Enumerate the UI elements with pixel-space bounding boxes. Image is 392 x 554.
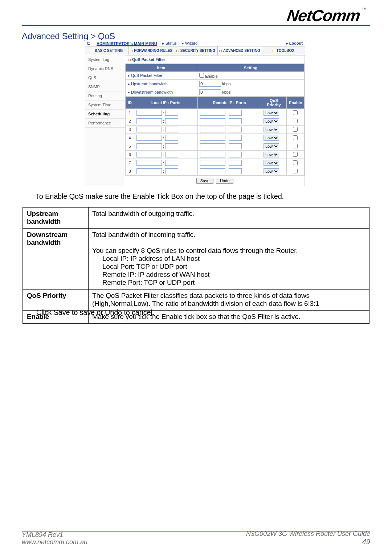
qos-row-priority: Low bbox=[261, 151, 286, 159]
rule-enable-checkbox[interactable] bbox=[293, 119, 298, 123]
remote-ip-input[interactable] bbox=[200, 143, 225, 149]
local-port-input[interactable] bbox=[165, 160, 178, 166]
sidebar-item-snmp[interactable]: SNMP bbox=[85, 82, 125, 91]
priority-select[interactable]: Low bbox=[264, 143, 279, 149]
tab-basic-setting[interactable]: BASIC SETTING bbox=[85, 46, 128, 55]
local-ip-input[interactable] bbox=[136, 110, 162, 116]
desc-line: Local Port: TCP or UDP port bbox=[92, 263, 365, 271]
local-ip-input[interactable] bbox=[136, 152, 162, 157]
qos-row-id: 2 bbox=[126, 117, 134, 126]
tab-security-setting[interactable]: SECURITY SETTING bbox=[174, 46, 217, 55]
button-row bbox=[125, 176, 305, 186]
qos-rule-row: 4 : : Low bbox=[126, 134, 305, 142]
sidebar-item-performance[interactable]: Performance bbox=[85, 119, 125, 128]
remote-port-input[interactable] bbox=[229, 143, 242, 149]
brand-logo-text: NetComm bbox=[286, 7, 362, 25]
qos-row-local: : bbox=[134, 159, 198, 167]
priority-select[interactable]: Low bbox=[264, 118, 279, 124]
local-ip-input[interactable] bbox=[136, 135, 162, 141]
main-menu-link[interactable]: ADMINISTRATOR's MAIN MENU bbox=[97, 41, 157, 46]
qos-row-enable bbox=[286, 159, 304, 167]
priority-select[interactable]: Low bbox=[264, 152, 279, 157]
sidebar-item-routing[interactable]: Routing bbox=[85, 91, 125, 100]
remote-ip-input[interactable] bbox=[200, 152, 225, 157]
priority-select[interactable]: Low bbox=[264, 127, 279, 132]
rule-enable-checkbox[interactable] bbox=[293, 110, 298, 115]
save-button[interactable] bbox=[196, 178, 213, 184]
desc-val-upstream: Total bandwidth of outgoing traffic. bbox=[88, 207, 369, 228]
rule-enable-checkbox[interactable] bbox=[293, 169, 298, 173]
rule-enable-checkbox[interactable] bbox=[293, 144, 298, 148]
remote-port-input[interactable] bbox=[229, 152, 242, 157]
priority-select[interactable]: Low bbox=[264, 110, 279, 116]
remote-port-input[interactable] bbox=[229, 118, 242, 124]
local-port-input[interactable] bbox=[165, 143, 178, 149]
downstream-bandwidth-unit: kbps bbox=[222, 90, 230, 94]
remote-ip-input[interactable] bbox=[200, 168, 225, 174]
qos-rule-row: 1 : : Low bbox=[126, 109, 305, 117]
remote-port-input[interactable] bbox=[229, 110, 242, 116]
local-ip-input[interactable] bbox=[136, 168, 162, 174]
qos-row-enable bbox=[286, 117, 304, 126]
qos-enable-checkbox[interactable] bbox=[199, 73, 204, 78]
tab-forwarding-rules[interactable]: FORWARDING RULES bbox=[128, 46, 174, 55]
tab-label: BASIC SETTING bbox=[95, 49, 123, 53]
qos-col-local: Local IP : Ports bbox=[134, 97, 198, 109]
qos-row-remote: : bbox=[197, 117, 261, 126]
remote-port-input[interactable] bbox=[229, 135, 242, 141]
upstream-bandwidth-input[interactable] bbox=[199, 81, 221, 87]
remote-ip-input[interactable] bbox=[200, 110, 225, 116]
undo-button[interactable] bbox=[216, 178, 233, 184]
sidebar-item-qos[interactable]: QoS bbox=[85, 73, 125, 82]
sidebar-item-system-log[interactable]: System Log bbox=[85, 55, 125, 64]
description-table: Upstream bandwidth Total bandwidth of ou… bbox=[23, 207, 369, 324]
priority-select[interactable]: Low bbox=[264, 135, 279, 141]
qos-row-remote: : bbox=[197, 109, 261, 117]
remote-ip-input[interactable] bbox=[200, 127, 225, 132]
cfg-row-down-setting: kbps bbox=[197, 88, 305, 97]
qos-row-priority: Low bbox=[261, 117, 286, 126]
rule-enable-checkbox[interactable] bbox=[293, 160, 298, 165]
remote-port-input[interactable] bbox=[229, 160, 242, 166]
qos-rule-row: 5 : : Low bbox=[126, 142, 305, 151]
status-link[interactable]: ▸ Status bbox=[162, 41, 177, 46]
priority-select[interactable]: Low bbox=[264, 160, 279, 166]
local-port-input[interactable] bbox=[165, 135, 178, 141]
tab-toolbox[interactable]: TOOLBOX bbox=[262, 46, 305, 55]
rule-enable-checkbox[interactable] bbox=[293, 127, 298, 132]
remote-port-input[interactable] bbox=[229, 168, 242, 174]
header-divider bbox=[22, 25, 370, 26]
downstream-bandwidth-input[interactable] bbox=[199, 89, 221, 95]
qos-row-enable bbox=[286, 126, 304, 134]
local-port-input[interactable] bbox=[165, 118, 178, 124]
qos-row-local: : bbox=[134, 142, 198, 151]
router-main-panel: QoS Packet Filter Item Setting ▸ QoS Pac… bbox=[125, 55, 305, 186]
remote-ip-input[interactable] bbox=[200, 118, 225, 124]
qos-col-id: ID bbox=[126, 97, 134, 109]
qos-row-enable bbox=[286, 151, 304, 159]
sidebar-item-system-time[interactable]: System Time bbox=[85, 100, 125, 110]
menu-bullet-icon bbox=[87, 42, 90, 45]
footer-right: N3G002W 3G Wireless Router User Guide 49 bbox=[246, 530, 370, 546]
sidebar-item-dynamic-dns[interactable]: Dynamic DNS bbox=[85, 64, 125, 73]
logout-link[interactable]: ▸ Logout bbox=[286, 41, 303, 46]
local-ip-input[interactable] bbox=[136, 127, 162, 132]
remote-port-input[interactable] bbox=[229, 127, 242, 132]
rule-enable-checkbox[interactable] bbox=[293, 152, 298, 157]
rule-enable-checkbox[interactable] bbox=[293, 135, 298, 140]
wizard-link[interactable]: ▸ Wizard bbox=[182, 41, 197, 46]
local-ip-input[interactable] bbox=[136, 160, 162, 166]
qos-row-id: 1 bbox=[126, 109, 134, 117]
local-port-input[interactable] bbox=[165, 127, 178, 132]
tab-advanced-setting[interactable]: ADVANCED SETTING bbox=[218, 46, 262, 55]
priority-select[interactable]: Low bbox=[264, 168, 279, 174]
local-port-input[interactable] bbox=[165, 110, 178, 116]
local-ip-input[interactable] bbox=[136, 118, 162, 124]
remote-ip-input[interactable] bbox=[200, 135, 225, 141]
sidebar-item-scheduling[interactable]: Scheduling bbox=[85, 110, 125, 119]
remote-ip-input[interactable] bbox=[200, 160, 225, 166]
local-ip-input[interactable] bbox=[136, 143, 162, 149]
qos-row-priority: Low bbox=[261, 126, 286, 134]
local-port-input[interactable] bbox=[165, 168, 178, 174]
local-port-input[interactable] bbox=[165, 152, 178, 157]
